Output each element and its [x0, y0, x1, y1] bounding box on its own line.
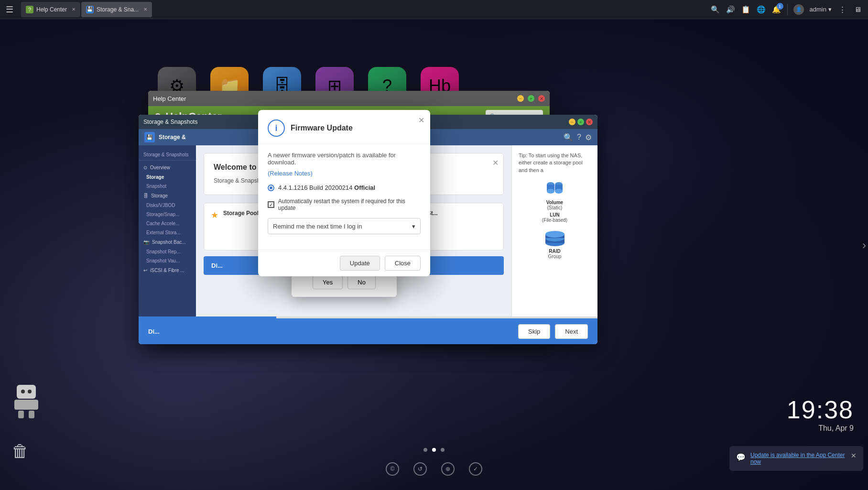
sidebar-item-snapshot-sub[interactable]: Snapshot: [139, 182, 196, 191]
firmware-modal-container: ✕ i Firmware Update A newer firmware ver…: [258, 110, 430, 276]
storage-sidebar-header: Storage & Snapshots: [139, 149, 196, 161]
storage-tab-label: Storage & Sna...: [97, 6, 139, 13]
storage-type-volume-lun: Volume (Static) LUN (File-based): [519, 182, 591, 223]
robot-torso: [14, 400, 38, 410]
user-dropdown-icon: ▾: [828, 6, 832, 13]
menu-button[interactable]: ☰: [0, 0, 19, 19]
firmware-remind-dropdown[interactable]: Remind me the next time I log in ▾: [268, 218, 421, 234]
page-dot-2[interactable]: [432, 448, 436, 452]
storage-settings-icon[interactable]: ⚙: [585, 133, 592, 142]
card-3-title: St...: [427, 210, 497, 217]
helpcenter-titlebar: Help Center − + ✕: [148, 91, 550, 106]
volume-icon[interactable]: 🔊: [726, 5, 736, 14]
raid-group-label: RAID Group: [548, 249, 562, 259]
taskbar-divider: [787, 4, 788, 15]
firmware-radio-btn[interactable]: [268, 185, 274, 191]
sidebar-item-disks[interactable]: Disks/VJBOD: [139, 201, 196, 210]
helpcenter-minimize-btn[interactable]: −: [517, 95, 524, 102]
tab-storage[interactable]: 💾 Storage & Sna... ✕: [81, 2, 152, 17]
robot-left-eye: [21, 390, 25, 393]
welcome-close-btn[interactable]: ✕: [492, 158, 499, 167]
bottom-icon-2[interactable]: ↺: [413, 462, 427, 476]
notification-close-btn[interactable]: ✕: [851, 452, 857, 459]
sidebar-item-snapshot-rep[interactable]: Snapshot Rep...: [139, 247, 196, 256]
notification-link[interactable]: Update is available in the App Center no…: [750, 452, 845, 465]
bottom-icon-4[interactable]: ✓: [469, 462, 482, 476]
clipboard-icon[interactable]: 📋: [741, 5, 751, 14]
no-button[interactable]: No: [347, 275, 376, 289]
page-dot-1[interactable]: [423, 448, 427, 452]
robot-head: [17, 385, 36, 399]
create-bar-label: Di...: [211, 262, 223, 269]
storage-app-icon: 💾: [144, 132, 155, 142]
right-scroll-arrow[interactable]: ›: [862, 239, 866, 252]
volume-lun-label: Volume (Static): [546, 200, 563, 210]
firmware-footer: Update Close: [258, 250, 430, 276]
storage-sidebar: Storage & Snapshots ⊙ Overview Storage S…: [139, 145, 196, 316]
sidebar-item-storage-sub[interactable]: Storage: [139, 173, 196, 182]
storage-window-buttons: − + ✕: [569, 119, 593, 125]
card-star-1: ★: [211, 210, 218, 220]
confirm-buttons: Yes No: [299, 275, 389, 289]
helpcenter-tab-close[interactable]: ✕: [72, 7, 76, 12]
firmware-release-notes-link[interactable]: (Release Notes): [268, 170, 313, 177]
notification-msg-icon: 💬: [736, 453, 746, 462]
robot-legs: [18, 411, 34, 418]
firmware-close-x-btn[interactable]: ✕: [418, 116, 424, 125]
firmware-dropdown-value: Remind me the next time I log in: [273, 223, 362, 230]
trash-icon[interactable]: 🗑: [11, 441, 29, 461]
yes-button[interactable]: Yes: [313, 275, 343, 289]
storage-tab-icon: 💾: [86, 6, 94, 13]
storage-help-icon[interactable]: ?: [577, 133, 581, 142]
username-display[interactable]: admin ▾: [810, 6, 832, 13]
firmware-update-button[interactable]: Update: [340, 256, 380, 271]
firmware-checkbox-row: ✓ Automatically restart the system if re…: [268, 198, 421, 211]
sidebar-item-iscsi[interactable]: ↩ iSCSI & Fibre ...: [139, 265, 196, 275]
taskbar: ☰ ? Help Center ✕ 💾 Storage & Sna... ✕ 🔍…: [0, 0, 868, 19]
taskbar-right: 🔍 🔊 📋 🌐 🔔 1 👤 admin ▾ ⋮ 🖥: [711, 4, 868, 15]
skip-button[interactable]: Skip: [518, 324, 550, 339]
remote-icon[interactable]: 🖥: [853, 5, 862, 14]
tab-helpcenter[interactable]: ? Help Center ✕: [21, 2, 80, 17]
next-button[interactable]: Next: [555, 324, 588, 339]
sidebar-item-overview[interactable]: ⊙ Overview: [139, 163, 196, 173]
more-options-icon[interactable]: ⋮: [837, 5, 847, 14]
firmware-version-number: 4.4.1.1216 Build 20200214: [278, 184, 352, 191]
storage-bottom-label: Di...: [148, 328, 160, 335]
storage-tab-close[interactable]: ✕: [143, 7, 147, 12]
overview-icon: ⊙: [143, 165, 147, 170]
svg-point-2: [547, 189, 554, 194]
storage-close-btn[interactable]: ✕: [586, 119, 593, 125]
robot-right-leg: [29, 411, 34, 418]
firmware-info-icon: i: [268, 120, 285, 137]
helpcenter-maximize-btn[interactable]: +: [528, 95, 534, 102]
helpcenter-close-btn[interactable]: ✕: [538, 95, 545, 102]
storage-maximize-btn[interactable]: +: [577, 119, 584, 125]
storage-minimize-btn[interactable]: −: [569, 119, 575, 125]
robot-widget[interactable]: [10, 385, 43, 418]
notification-icon[interactable]: 🔔 1: [772, 5, 781, 14]
network-icon[interactable]: 🌐: [757, 5, 766, 14]
sidebar-snapshot-label: Snapshot Bac...: [152, 240, 186, 245]
bottom-icon-3[interactable]: ⊕: [441, 462, 455, 476]
sidebar-item-cache[interactable]: Cache Accele...: [139, 219, 196, 228]
snapshot-icon: 📷: [143, 240, 149, 245]
notification-text: Update is available in the App Center no…: [750, 452, 846, 465]
storage-search-icon[interactable]: 🔍: [564, 133, 573, 142]
firmware-dialog: ✕ i Firmware Update A newer firmware ver…: [258, 110, 430, 276]
sidebar-item-external[interactable]: External Stora...: [139, 228, 196, 237]
sidebar-item-snapshot-backup[interactable]: 📷 Snapshot Bac...: [139, 237, 196, 247]
sidebar-item-storagesn[interactable]: Storage/Snap...: [139, 210, 196, 219]
firmware-close-button[interactable]: Close: [385, 256, 421, 271]
sidebar-item-snapshot-vau[interactable]: Snapshot Vau...: [139, 256, 196, 265]
volume-icon: [546, 182, 564, 196]
sidebar-storage-label: Storage: [151, 193, 168, 198]
sidebar-item-storage-main[interactable]: 🗄 Storage: [139, 191, 196, 201]
firmware-auto-restart-checkbox[interactable]: ✓: [268, 201, 274, 208]
sidebar-overview-label: Overview: [150, 165, 170, 170]
search-icon[interactable]: 🔍: [711, 5, 720, 14]
bottom-icon-1[interactable]: ©: [386, 462, 399, 476]
bottom-icon-bar: © ↺ ⊕ ✓: [386, 462, 482, 476]
firmware-checkbox-label: Automatically restart the system if requ…: [278, 198, 421, 211]
page-dot-3[interactable]: [441, 448, 445, 452]
